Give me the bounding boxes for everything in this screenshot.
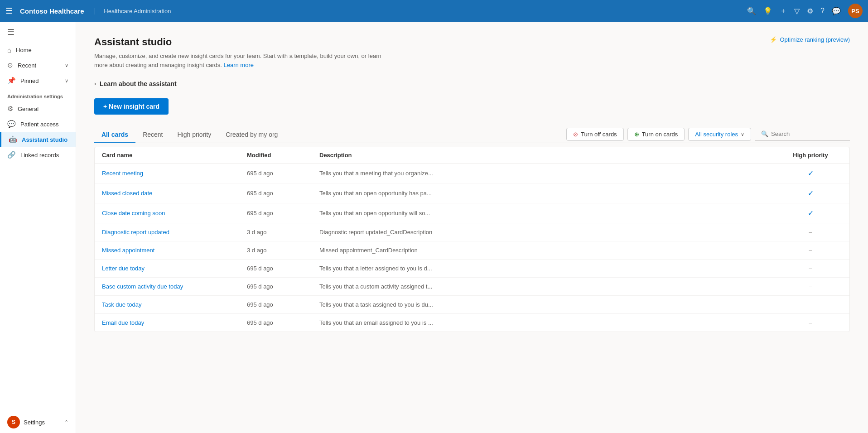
sidebar-item-patient-label: Patient access (20, 121, 59, 128)
plus-icon[interactable]: ＋ (780, 6, 787, 16)
security-roles-dropdown[interactable]: All security roles ∨ (688, 128, 751, 141)
chat-icon[interactable]: 💬 (832, 7, 841, 15)
sidebar-item-pinned-label: Pinned (20, 77, 39, 84)
priority-dash-icon: – (809, 283, 812, 290)
sidebar-item-general[interactable]: ⚙ General (0, 101, 76, 116)
card-description-cell: Tells you that an open opportunity has p… (319, 190, 455, 197)
tab-high-priority[interactable]: High priority (170, 127, 219, 143)
learn-section[interactable]: › Learn about the assistant (94, 80, 850, 87)
user-avatar[interactable]: PS (848, 4, 863, 18)
priority-dash-icon: – (809, 265, 812, 272)
sidebar-hamburger-icon[interactable]: ☰ (0, 22, 76, 43)
card-modified-cell: 3 d ago (247, 229, 319, 236)
sidebar-item-general-label: General (18, 106, 39, 112)
card-modified-cell: 695 d ago (247, 283, 319, 290)
card-name-cell: Missed appointment (102, 247, 247, 254)
table-row[interactable]: Diagnostic report updated 3 d ago Diagno… (95, 223, 849, 241)
table-row[interactable]: Close date coming soon 695 d ago Tells y… (95, 203, 849, 223)
sidebar-item-recent[interactable]: ⊙ Recent ∨ (0, 58, 76, 73)
turn-on-cards-button[interactable]: ⊕ Turn on cards (627, 128, 685, 141)
search-input[interactable] (771, 130, 844, 137)
table-body: Recent meeting 695 d ago Tells you that … (95, 164, 849, 332)
lightbulb-icon[interactable]: 💡 (763, 7, 772, 15)
help-icon[interactable]: ? (820, 7, 825, 15)
hamburger-icon[interactable]: ☰ (5, 6, 13, 16)
card-name-cell: Base custom activity due today (102, 283, 247, 290)
card-priority-cell: – (779, 229, 842, 236)
card-modified-cell: 695 d ago (247, 170, 319, 177)
search-box[interactable]: 🔍 (755, 128, 850, 140)
sidebar-item-assistant-studio[interactable]: 🤖 Assistant studio (0, 132, 76, 147)
sidebar-item-patient-access[interactable]: 💬 Patient access (0, 116, 76, 132)
sidebar-item-linked-records[interactable]: 🔗 Linked records (0, 147, 76, 163)
card-name-cell: Missed closed date (102, 190, 247, 197)
priority-dash-icon: – (809, 229, 812, 236)
optimize-ranking-button[interactable]: ⚡ Optimize ranking (preview) (770, 36, 850, 43)
sidebar-item-home-label: Home (16, 47, 32, 53)
card-priority-cell: ✓ (779, 189, 842, 197)
card-description-cell: Missed appointment_CardDescription (319, 247, 455, 254)
turn-off-icon: ⊘ (573, 131, 578, 138)
card-modified-cell: 3 d ago (247, 247, 319, 254)
app-name: Contoso Healthcare (20, 7, 84, 15)
sidebar: ☰ ⌂ Home ⊙ Recent ∨ 📌 Pinned ∨ Administr… (0, 22, 76, 433)
topbar-divider: | (93, 7, 95, 14)
turn-on-icon: ⊕ (634, 131, 639, 138)
tab-recent[interactable]: Recent (135, 127, 170, 143)
card-priority-cell: – (779, 265, 842, 272)
page-title: Assistant studio (94, 36, 384, 48)
gear-icon[interactable]: ⚙ (807, 7, 813, 15)
learn-more-link[interactable]: Learn more (223, 62, 253, 68)
cards-table: Card name Modified Description High prio… (94, 147, 850, 332)
card-description-cell: Tells you that an open opportunity will … (319, 210, 455, 216)
card-name-cell: Close date coming soon (102, 210, 247, 216)
search-input-icon: 🔍 (761, 130, 768, 137)
tabs-row: All cards Recent High priority Created b… (94, 127, 850, 143)
assistant-icon: 🤖 (9, 135, 17, 144)
table-row[interactable]: Missed closed date 695 d ago Tells you t… (95, 183, 849, 203)
card-description-cell: Tells you that a meeting that you organi… (319, 170, 455, 177)
card-priority-cell: – (779, 247, 842, 254)
new-insight-card-button[interactable]: + New insight card (94, 98, 169, 115)
table-row[interactable]: Task due today 695 d ago Tells you that … (95, 296, 849, 314)
table-row[interactable]: Email due today 695 d ago Tells you that… (95, 314, 849, 332)
learn-chevron-icon: › (94, 81, 96, 87)
card-description-cell: Diagnostic report updated_CardDescriptio… (319, 229, 455, 236)
main-content: Assistant studio Manage, customize, and … (76, 22, 868, 433)
col-description: Description (319, 152, 779, 159)
search-icon[interactable]: 🔍 (747, 7, 756, 15)
layout: ☰ ⌂ Home ⊙ Recent ∨ 📌 Pinned ∨ Administr… (0, 22, 868, 433)
table-row[interactable]: Base custom activity due today 695 d ago… (95, 278, 849, 296)
tab-created-by-org[interactable]: Created by my org (218, 127, 285, 143)
pinned-chevron-icon: ∨ (65, 78, 68, 84)
sidebar-item-pinned[interactable]: 📌 Pinned ∨ (0, 73, 76, 88)
table-row[interactable]: Recent meeting 695 d ago Tells you that … (95, 164, 849, 183)
col-modified: Modified (247, 152, 319, 159)
card-priority-cell: – (779, 301, 842, 308)
priority-dash-icon: – (809, 301, 812, 308)
home-icon: ⌂ (7, 46, 11, 54)
card-description-cell: Tells you that a letter assigned to you … (319, 265, 455, 272)
recent-chevron-icon: ∨ (65, 63, 68, 68)
table-row[interactable]: Letter due today 695 d ago Tells you tha… (95, 260, 849, 278)
optimize-icon: ⚡ (770, 36, 777, 43)
sidebar-item-assistant-label: Assistant studio (22, 136, 68, 143)
recent-icon: ⊙ (7, 61, 13, 69)
card-priority-cell: – (779, 283, 842, 290)
card-modified-cell: 695 d ago (247, 190, 319, 197)
table-row[interactable]: Missed appointment 3 d ago Missed appoin… (95, 241, 849, 260)
pin-icon: 📌 (7, 77, 16, 85)
priority-check-icon: ✓ (808, 169, 814, 177)
turn-off-cards-button[interactable]: ⊘ Turn off cards (566, 128, 623, 141)
tab-all-cards[interactable]: All cards (94, 127, 135, 143)
learn-section-label: Learn about the assistant (100, 80, 177, 87)
card-modified-cell: 695 d ago (247, 319, 319, 326)
priority-check-icon: ✓ (808, 189, 814, 197)
col-card-name: Card name (102, 152, 247, 159)
sidebar-footer[interactable]: S Settings ⌃ (0, 411, 76, 433)
card-name-cell: Task due today (102, 301, 247, 308)
card-description-cell: Tells you that a task assigned to you is… (319, 301, 455, 308)
card-priority-cell: ✓ (779, 209, 842, 217)
sidebar-item-home[interactable]: ⌂ Home (0, 43, 76, 58)
filter-icon[interactable]: ▽ (794, 7, 800, 15)
